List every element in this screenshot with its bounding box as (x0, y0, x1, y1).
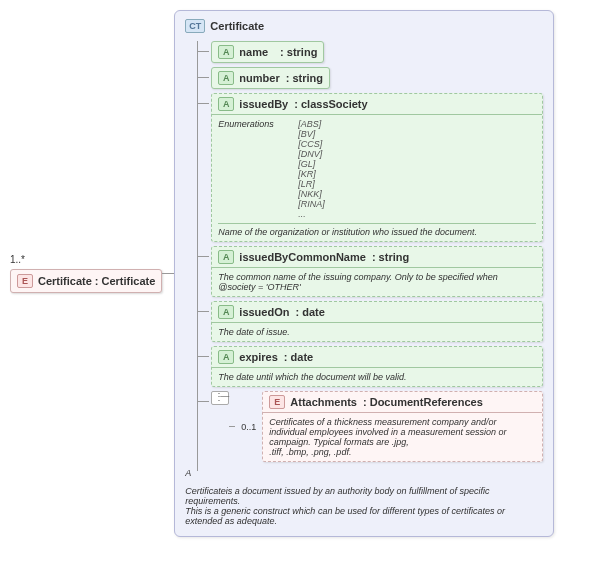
attachments-cardinality: 0..1 (241, 422, 256, 432)
attribute-badge-icon: A (218, 305, 234, 319)
complex-type-name: Certificate (210, 20, 264, 32)
attr-issuedby-label: issuedBy (239, 98, 288, 110)
attr-number-label: number (239, 72, 279, 84)
root-element-certificate: E Certificate : Certificate (10, 269, 162, 293)
diagram-root: 1..* E Certificate : Certificate CT Cert… (10, 10, 583, 537)
attr-ibcn-label: issuedByCommonName (239, 251, 366, 263)
attr-issuedon-label: issuedOn (239, 306, 289, 318)
attribute-name: A name : string (211, 41, 324, 63)
connector-line (162, 273, 174, 274)
attr-issuedby-desc: Name of the organization or institution … (218, 223, 536, 237)
complex-type-annotation: Certificateis a document issued by an au… (185, 486, 543, 526)
element-badge-icon: E (269, 395, 285, 409)
attachments-name: Attachments (290, 396, 357, 408)
attachments-desc: Certificates of a thickness measurement … (263, 413, 542, 461)
attribute-badge-icon: A (218, 71, 234, 85)
enum-values: [ABS] [BV] [CCS] [DNV] [GL] [KR] [LR] [N… (298, 119, 325, 219)
attr-issuedby-type: : classSociety (294, 98, 367, 110)
attribute-issuedby: A issuedBy : classSociety Enumerations [… (211, 93, 543, 242)
annotation-marker: A (185, 468, 543, 478)
element-attachments: E Attachments : DocumentReferences Certi… (262, 391, 543, 462)
attr-name-type: : string (280, 46, 317, 58)
attribute-number: A number : string (211, 67, 330, 89)
root-element-type: : Certificate (95, 275, 156, 287)
attribute-badge-icon: A (218, 350, 234, 364)
attribute-badge-icon: A (218, 97, 234, 111)
complex-type-header: CT Certificate (185, 19, 543, 33)
attr-expires-desc: The date until which the document will b… (212, 368, 542, 386)
attr-number-type: : string (286, 72, 323, 84)
attribute-issuedon: A issuedOn : date The date of issue. (211, 301, 543, 342)
attr-expires-label: expires (239, 351, 278, 363)
root-cardinality: 1..* (10, 254, 25, 265)
element-badge-icon: E (17, 274, 33, 288)
attachments-type: : DocumentReferences (363, 396, 483, 408)
attr-name-label: name (239, 46, 268, 58)
attr-issuedon-type: : date (295, 306, 324, 318)
attribute-expires: A expires : date The date until which th… (211, 346, 543, 387)
attr-ibcn-type: : string (372, 251, 409, 263)
attr-issuedon-desc: The date of issue. (212, 323, 542, 341)
attr-expires-type: : date (284, 351, 313, 363)
connector-line (229, 426, 235, 427)
root-element-name: Certificate (38, 275, 92, 287)
attribute-issuedbycommonname: A issuedByCommonName : string The common… (211, 246, 543, 297)
attribute-badge-icon: A (218, 250, 234, 264)
complex-type-certificate: CT Certificate A name : string A number … (174, 10, 554, 537)
attribute-badge-icon: A (218, 45, 234, 59)
complextype-badge-icon: CT (185, 19, 205, 33)
sequence-icon (211, 391, 229, 405)
enum-label: Enumerations (218, 119, 298, 219)
attr-ibcn-desc: The common name of the issuing company. … (212, 268, 542, 296)
